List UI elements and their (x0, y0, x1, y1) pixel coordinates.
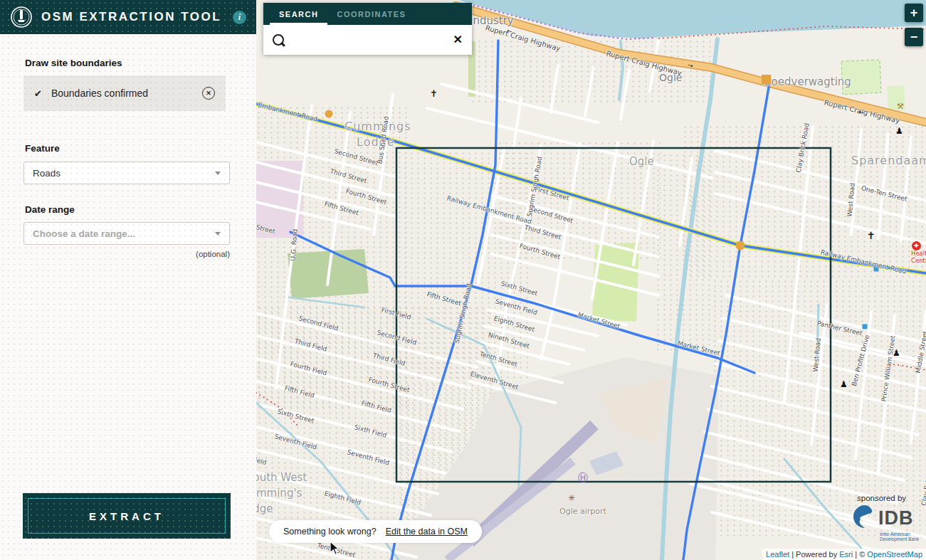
map-label: Lodge (256, 504, 273, 514)
canal (289, 297, 364, 307)
app-logo-icon (10, 6, 33, 28)
sidebar: OSM EXTRACTION TOOL i Draw site boundari… (0, 0, 256, 560)
road-node (736, 241, 745, 250)
date-range-label: Date range (25, 204, 75, 215)
boundaries-status-text: Boundaries confirmed (51, 88, 193, 99)
edit-osm-link[interactable]: Edit the data in OSM (386, 527, 468, 537)
clear-x-icon: ✕ (206, 90, 211, 97)
feature-label: Feature (25, 143, 60, 154)
date-range-select[interactable]: Choose a date range... (23, 222, 230, 245)
chevron-down-icon (215, 232, 221, 236)
helipad-icon: Ⓗ (578, 472, 588, 482)
attribution-link[interactable]: Esri (839, 550, 853, 559)
feature-value: Roads (33, 168, 60, 179)
zoom-controls: + − (905, 4, 923, 46)
monument-icon: ♟ (893, 349, 900, 357)
map-label: Cumming's (256, 488, 302, 499)
oneway-arrow-icon: → (687, 62, 694, 70)
street (514, 98, 521, 146)
zoom-in-button[interactable]: + (905, 4, 923, 22)
oneway-arrow-icon: ← (858, 109, 865, 117)
clear-boundaries-button[interactable]: ✕ (202, 87, 215, 100)
road-node (762, 75, 771, 84)
clear-search-icon[interactable]: ✕ (453, 34, 463, 46)
search-box: ✕ (263, 25, 472, 55)
monument-icon: ♟ (840, 380, 848, 389)
idb-logo-icon (851, 503, 878, 533)
attribution-text: | © (853, 550, 867, 559)
map[interactable]: IndustryOgleCummingsLodgeOgleSparendaamG… (256, 0, 926, 560)
street (256, 313, 477, 367)
street (878, 134, 888, 238)
app-header: OSM EXTRACTION TOOL i (0, 0, 256, 34)
street (585, 68, 594, 115)
search-tabs: SEARCHCOORDINATES (263, 3, 472, 25)
street (715, 194, 926, 243)
zoom-out-button[interactable]: − (905, 28, 923, 46)
sponsor-block: sponsored by IDB Inter-American Developm… (851, 494, 926, 542)
check-icon: ✔ (34, 88, 42, 99)
street (705, 432, 904, 480)
wrong-prompt: Something look wrong? (283, 527, 377, 537)
map-label: Lodge (357, 137, 395, 148)
street (491, 216, 658, 257)
search-input[interactable] (292, 33, 446, 46)
idb-logo-text: IDB (878, 509, 914, 527)
osm-extraction-tool-app: OSM EXTRACTION TOOL i Draw site boundari… (0, 0, 926, 560)
church-icon: ✝ (430, 89, 438, 98)
app-title: OSM EXTRACTION TOOL (41, 10, 224, 24)
health-centre-icon: ✚ (912, 241, 921, 250)
map-label: Health (911, 250, 926, 257)
date-range-optional-hint: (optional) (196, 250, 230, 258)
street (256, 359, 463, 409)
chevron-down-icon (215, 171, 221, 175)
tab-coordinates[interactable]: COORDINATES (327, 3, 415, 25)
idb-subtitle: Inter-American Development Bank (880, 532, 926, 542)
street (901, 137, 911, 241)
search-panel: SEARCHCOORDINATES ✕ (263, 3, 472, 55)
map-label: Ogle airport (559, 507, 606, 515)
tab-search[interactable]: SEARCH (270, 3, 327, 25)
idb-subtitle-line1: Inter-American (880, 532, 910, 537)
attribution-link[interactable]: OpenStreetMap (867, 550, 922, 559)
info-icon[interactable]: i (233, 11, 246, 24)
road-node (325, 110, 333, 118)
map-label: Sparendaam (851, 155, 926, 167)
monument-icon: ♟ (895, 127, 903, 135)
street (256, 336, 470, 388)
attribution-link[interactable]: Leaflet (766, 550, 789, 559)
windmill-icon: ✳ (568, 494, 575, 502)
map-label: Centre (911, 258, 926, 264)
map-attribution: Leaflet | Powered by Esri | © OpenStreet… (762, 549, 926, 560)
sponsored-by-text: sponsored by (857, 494, 926, 502)
boundaries-status: ✔ Boundaries confirmed ✕ (23, 75, 226, 111)
date-range-placeholder: Choose a date range... (33, 228, 135, 239)
feature-select[interactable]: Roads (23, 162, 230, 184)
search-icon (273, 34, 284, 46)
osm-edit-pill: Something look wrong? Edit the data in O… (269, 520, 482, 543)
extract-button[interactable]: EXTRACT (23, 493, 231, 539)
map-label: South West (256, 472, 307, 483)
church-icon: ✝ (867, 231, 875, 241)
map-label: Ogle (629, 157, 654, 167)
map-label: Cummings (344, 121, 411, 132)
street (551, 65, 558, 112)
draw-boundaries-label: Draw site boundaries (25, 58, 122, 68)
poi-marker (863, 324, 868, 329)
idb-subtitle-line2: Development Bank (880, 537, 919, 541)
street (427, 108, 712, 178)
map-label: Goedverwagting (763, 77, 851, 88)
construction-icon: ⚒ (897, 102, 904, 110)
attribution-text: | Powered by (789, 550, 839, 559)
